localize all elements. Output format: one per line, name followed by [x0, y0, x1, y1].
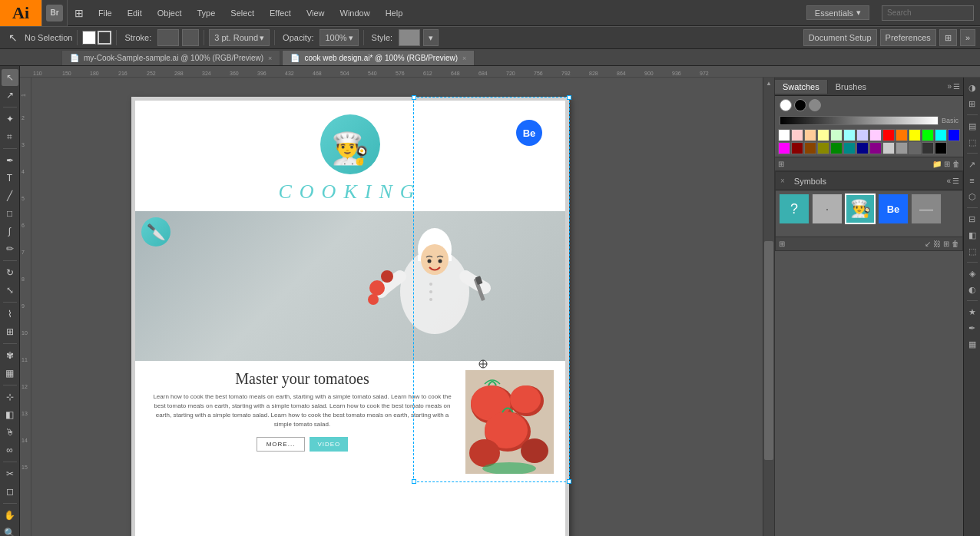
swatch-item[interactable] [882, 129, 895, 141]
stroke-value-input[interactable] [157, 29, 179, 46]
swatch-item[interactable] [909, 142, 921, 154]
symbol-3-selected[interactable]: 👨‍🍳 [845, 194, 876, 224]
video-button[interactable]: VIDEO [310, 437, 348, 452]
swatch-item[interactable] [869, 129, 882, 141]
eyedropper-tool[interactable]: 🖰 [2, 424, 18, 441]
swatch-item[interactable] [935, 129, 947, 141]
menu-object[interactable]: Object [150, 0, 190, 25]
new-color-group[interactable]: 📁 [932, 160, 942, 168]
v-scrollbar[interactable]: ▲ ▼ [763, 78, 774, 536]
selection-tool[interactable]: ↖ [2, 69, 18, 86]
swatch-item[interactable] [791, 129, 803, 141]
delete-symbol[interactable]: 🗑 [952, 240, 959, 248]
eraser-tool[interactable]: ◻ [2, 483, 18, 500]
appearance-icon[interactable]: ◈ [965, 266, 979, 280]
style-swatch[interactable] [399, 29, 420, 46]
swatch-item[interactable] [856, 129, 869, 141]
swatch-item[interactable] [778, 142, 790, 154]
pen-tool[interactable]: ✒ [2, 152, 18, 169]
paintbrush-tool[interactable]: ∫ [2, 223, 18, 240]
scissors-tool[interactable]: ✂ [2, 465, 18, 482]
swatch-item[interactable] [948, 129, 960, 141]
swatch-item[interactable] [856, 142, 869, 154]
swatch-item[interactable] [830, 129, 843, 141]
behance-button[interactable]: Be [516, 120, 542, 146]
color-guide-icon[interactable]: ⊞ [965, 97, 979, 111]
menu-type[interactable]: Type [190, 0, 223, 25]
pencil-tool[interactable]: ✏ [2, 240, 18, 257]
style-dropdown[interactable]: ▾ [423, 29, 439, 46]
lasso-tool[interactable]: ⌗ [2, 128, 18, 145]
direct-selection-tool[interactable]: ↗ [2, 87, 18, 104]
tab-swatches[interactable]: Swatches [775, 80, 828, 94]
swatches-icon[interactable]: ▦ [965, 337, 979, 351]
scroll-up[interactable]: ▲ [763, 78, 774, 89]
search-input[interactable] [882, 5, 974, 21]
stroke-swatch[interactable] [182, 29, 199, 46]
line-tool[interactable]: ╱ [2, 187, 18, 204]
swatch-item[interactable] [896, 142, 908, 154]
swatch-item[interactable] [922, 129, 934, 141]
swatch-white[interactable] [780, 99, 792, 111]
fill-color[interactable] [82, 31, 96, 45]
pathfinder-icon[interactable]: ⬡ [965, 190, 979, 203]
blend-tool[interactable]: ∞ [2, 442, 18, 458]
graphic-styles-icon[interactable]: ◐ [965, 283, 979, 296]
swatch-item[interactable] [804, 142, 816, 154]
layers-icon[interactable]: ▤ [965, 119, 979, 133]
new-symbol[interactable]: ⊞ [943, 240, 949, 248]
magic-wand-tool[interactable]: ✦ [2, 111, 18, 127]
more-button[interactable]: MORE... [257, 437, 306, 452]
gradient-tool[interactable]: ◧ [2, 406, 18, 423]
align-icon[interactable]: ≡ [965, 174, 979, 187]
tab-1-close[interactable]: × [268, 55, 272, 62]
break-link[interactable]: ⛓ [933, 240, 941, 248]
menu-effect[interactable]: Effect [262, 0, 299, 25]
swatch-black[interactable] [794, 99, 806, 111]
arrange-doc-button[interactable]: ⊞ [939, 29, 957, 46]
arrange-button[interactable]: ⊞ [68, 0, 91, 26]
symbol-5[interactable]: — [911, 194, 942, 224]
swatch-item[interactable] [791, 142, 803, 154]
place-symbol[interactable]: ↙ [925, 240, 931, 248]
swatch-gray[interactable] [809, 99, 821, 111]
delete-swatch[interactable]: 🗑 [952, 160, 960, 168]
swatch-item[interactable] [922, 142, 934, 154]
gradient-swatch[interactable] [780, 116, 939, 125]
symbol-4[interactable]: Be [878, 194, 909, 224]
swatch-item[interactable] [882, 142, 895, 154]
swatch-item[interactable] [935, 142, 947, 154]
stroke-color[interactable] [98, 31, 111, 45]
tab-2[interactable]: 📄 cook web design.ai* @ 100% (RGB/Previe… [282, 50, 475, 65]
scale-tool[interactable]: ⤡ [2, 282, 18, 299]
symbols-panel-title[interactable]: Symbols [790, 174, 831, 188]
menu-window[interactable]: Window [333, 0, 378, 25]
document-canvas[interactable]: 👨‍🍳 COOKING Be 🔪 [31, 78, 774, 536]
swatch-item[interactable] [778, 129, 790, 141]
menu-view[interactable]: View [299, 0, 333, 25]
swatch-item[interactable] [817, 142, 829, 154]
symbol-sprayer[interactable]: ✾ [2, 347, 18, 364]
bridge-logo[interactable]: Br [41, 0, 68, 26]
color-panel-icon[interactable]: ◑ [965, 81, 979, 94]
tab-1[interactable]: 📄 my-Cook-Sample-sample.ai @ 100% (RGB/P… [61, 50, 280, 65]
swatch-item[interactable] [804, 129, 816, 141]
menu-edit[interactable]: Edit [120, 0, 150, 25]
stroke-panel-icon[interactable]: ⊟ [965, 212, 979, 226]
swatch-item[interactable] [843, 142, 856, 154]
menu-select[interactable]: Select [223, 0, 262, 25]
opacity-dropdown[interactable]: 100% ▾ [319, 29, 358, 46]
symbols-icon[interactable]: ★ [965, 305, 979, 319]
warp-tool[interactable]: ⌇ [2, 306, 18, 323]
selection-tool-icon[interactable]: ↖ [5, 29, 22, 46]
symbols-panel-close[interactable]: × [776, 174, 790, 187]
zoom-tool[interactable]: 🔍 [2, 524, 18, 536]
document-setup-button[interactable]: Document Setup [803, 29, 877, 46]
swatch-item[interactable] [869, 142, 882, 154]
symbols-menu[interactable]: ☰ [952, 177, 959, 185]
symbol-1[interactable]: ? [779, 194, 809, 224]
essentials-button[interactable]: Essentials ▾ [806, 5, 869, 20]
brushes-icon[interactable]: ✒ [965, 321, 979, 335]
gradient-panel-icon[interactable]: ◧ [965, 228, 979, 242]
tab-brushes[interactable]: Brushes [828, 80, 874, 94]
